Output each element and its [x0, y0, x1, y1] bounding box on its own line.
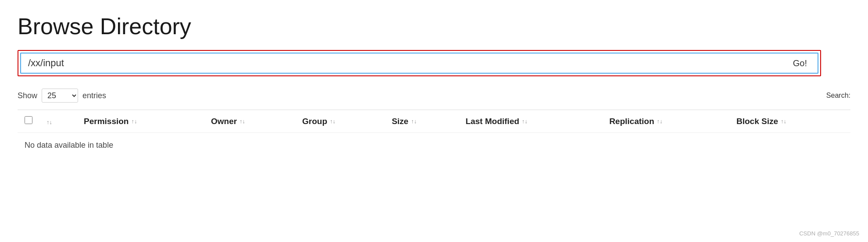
path-input[interactable] [20, 53, 782, 74]
name-column-header[interactable]: ↑↓ [39, 110, 77, 133]
search-label: Search: [826, 92, 850, 100]
table-header: ↑↓ Permission ↑↓ Owner ↑↓ Group ↑↓ [18, 110, 850, 133]
block-size-sort[interactable]: Block Size ↑↓ [736, 117, 786, 126]
data-table: ↑↓ Permission ↑↓ Owner ↑↓ Group ↑↓ [18, 110, 850, 158]
permission-sort[interactable]: Permission ↑↓ [84, 117, 137, 126]
last-modified-sort[interactable]: Last Modified ↑↓ [465, 117, 527, 126]
permission-column-header[interactable]: Permission ↑↓ [77, 110, 204, 133]
table-body: No data available in table [18, 133, 850, 158]
header-row: ↑↓ Permission ↑↓ Owner ↑↓ Group ↑↓ [18, 110, 850, 133]
page-title: Browse Directory [18, 13, 850, 39]
entries-select[interactable]: 10 25 50 100 [42, 89, 78, 103]
permission-sort-icon: ↑↓ [131, 118, 137, 124]
group-sort[interactable]: Group ↑↓ [302, 117, 336, 126]
size-sort[interactable]: Size ↑↓ [392, 117, 417, 126]
show-label: Show [18, 91, 37, 100]
watermark: CSDN @m0_70276855 [799, 230, 859, 237]
group-column-header[interactable]: Group ↑↓ [295, 110, 385, 133]
group-sort-icon: ↑↓ [330, 118, 336, 124]
show-entries-group: Show 10 25 50 100 entries [18, 89, 106, 103]
owner-sort[interactable]: Owner ↑↓ [211, 117, 245, 126]
path-input-wrapper: Go! [20, 53, 818, 74]
last-modified-sort-icon: ↑↓ [522, 118, 528, 124]
name-sort[interactable]: ↑↓ [46, 119, 52, 125]
block-size-column-header[interactable]: Block Size ↑↓ [729, 110, 850, 133]
last-modified-column-header[interactable]: Last Modified ↑↓ [458, 110, 602, 133]
size-sort-icon: ↑↓ [411, 118, 417, 124]
no-data-row: No data available in table [18, 133, 850, 158]
select-all-checkbox[interactable] [25, 116, 32, 124]
size-column-header[interactable]: Size ↑↓ [385, 110, 458, 133]
entries-label: entries [82, 91, 106, 100]
owner-column-header[interactable]: Owner ↑↓ [204, 110, 295, 133]
path-input-container: Go! [18, 50, 821, 76]
name-sort-icon: ↑↓ [46, 119, 52, 125]
replication-sort[interactable]: Replication ↑↓ [609, 117, 662, 126]
replication-column-header[interactable]: Replication ↑↓ [602, 110, 729, 133]
table-controls: Show 10 25 50 100 entries Search: [18, 89, 850, 103]
no-data-message: No data available in table [18, 133, 850, 158]
go-button[interactable]: Go! [782, 53, 818, 74]
replication-sort-icon: ↑↓ [657, 118, 663, 124]
block-size-sort-icon: ↑↓ [781, 118, 786, 124]
owner-sort-icon: ↑↓ [239, 118, 245, 124]
checkbox-column-header [18, 110, 39, 133]
